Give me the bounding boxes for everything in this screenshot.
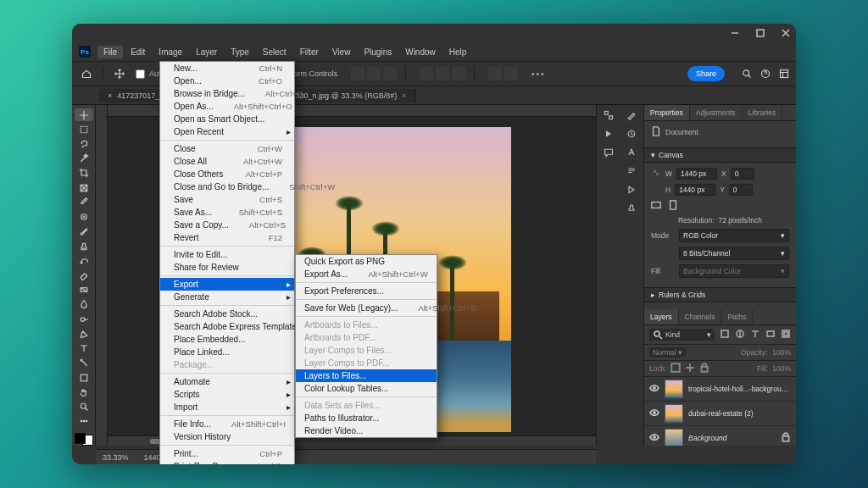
menu-item[interactable]: Save As...Shift+Ctrl+S	[160, 206, 294, 219]
orient-h-icon[interactable]	[651, 200, 661, 212]
x-field[interactable]	[731, 168, 754, 180]
layer-row[interactable]: tropical-hotel-holi...-background-resort	[644, 377, 796, 402]
menu-item[interactable]: Generate	[160, 291, 294, 303]
menu-help[interactable]: Help	[443, 46, 473, 58]
fill-dropdown[interactable]: Background Color▾	[679, 264, 789, 278]
hand-tool[interactable]	[75, 385, 93, 398]
zoom-tool[interactable]	[75, 400, 93, 413]
brush-tool[interactable]	[75, 225, 93, 238]
shape-tool[interactable]	[75, 371, 93, 384]
move-tool[interactable]	[75, 108, 93, 121]
menu-item[interactable]: Search Adobe Stock...	[160, 308, 294, 320]
history-brush-tool[interactable]	[75, 254, 93, 267]
help-icon[interactable]	[760, 69, 771, 79]
fill-opacity-value[interactable]: 100%	[772, 364, 791, 373]
search-icon[interactable]	[742, 69, 752, 79]
layer-row[interactable]: Background	[644, 426, 796, 446]
menu-layer[interactable]: Layer	[190, 46, 223, 58]
dodge-tool[interactable]	[75, 313, 93, 325]
menu-window[interactable]: Window	[399, 46, 442, 58]
menu-item[interactable]: Color Lookup Tables...	[296, 382, 437, 395]
lock-pixels-icon[interactable]	[670, 363, 681, 374]
orient-v-icon[interactable]	[668, 200, 678, 212]
history-icon[interactable]	[626, 129, 637, 139]
menu-item[interactable]: Scripts	[160, 388, 294, 401]
menu-item[interactable]: Automate	[160, 375, 294, 388]
character-icon[interactable]	[626, 147, 637, 158]
menu-filter[interactable]: Filter	[294, 46, 325, 58]
arrow-icon[interactable]	[604, 129, 614, 139]
layer-name[interactable]: Background	[688, 434, 776, 442]
distribute-icon[interactable]	[452, 67, 465, 80]
workspace-icon[interactable]	[779, 69, 789, 79]
pen-tool[interactable]	[75, 327, 93, 340]
link-icon[interactable]	[651, 168, 661, 180]
menu-select[interactable]: Select	[257, 46, 292, 58]
layer-row[interactable]: dubai-real-estate (2)	[644, 402, 796, 426]
menu-item[interactable]: Open...Ctrl+O	[160, 75, 294, 87]
menu-item[interactable]: Close OthersAlt+Ctrl+P	[160, 168, 294, 180]
filter-smart-icon[interactable]	[781, 329, 791, 341]
menu-item[interactable]: Paths to Illustrator...	[296, 412, 437, 424]
layer-name[interactable]: tropical-hotel-holi...-background-resort	[688, 385, 791, 393]
visibility-icon[interactable]	[649, 432, 659, 444]
align-to-icon[interactable]	[488, 67, 502, 80]
lock-icon[interactable]	[781, 432, 791, 444]
tab-paths[interactable]: Paths	[721, 309, 753, 324]
blend-mode-dropdown[interactable]: Normal ▾	[649, 347, 686, 358]
tab-channels[interactable]: Channels	[679, 309, 722, 324]
menu-item[interactable]: New...Ctrl+N	[160, 62, 294, 75]
edit-toolbar-icon[interactable]	[75, 415, 93, 428]
blur-tool[interactable]	[75, 298, 93, 311]
menu-item[interactable]: Invite to Edit...	[160, 248, 294, 261]
align-icon[interactable]	[367, 67, 381, 80]
menu-item[interactable]: Render Video...	[296, 424, 437, 437]
tab-properties[interactable]: Properties	[644, 105, 690, 120]
tab-adjustments[interactable]: Adjustments	[690, 105, 743, 120]
menu-item[interactable]: Place Embedded...	[160, 333, 294, 346]
tab-close-icon[interactable]: ×	[402, 92, 406, 100]
eraser-tool[interactable]	[75, 269, 93, 281]
path-tool[interactable]	[75, 357, 93, 369]
menu-item[interactable]: Version History	[160, 430, 294, 443]
layer-name[interactable]: dubai-real-estate (2)	[688, 409, 791, 418]
menu-item[interactable]: Close AllAlt+Ctrl+W	[160, 155, 294, 168]
menu-image[interactable]: Image	[153, 46, 188, 58]
color-panel-icon[interactable]	[604, 110, 614, 120]
menu-item[interactable]: Quick Export as PNG	[296, 255, 437, 268]
visibility-icon[interactable]	[649, 383, 659, 395]
menu-item[interactable]: Open as Smart Object...	[160, 113, 294, 125]
height-field[interactable]	[675, 184, 715, 196]
menu-item[interactable]: Print...Ctrl+P	[160, 447, 294, 460]
menu-item[interactable]: Save for Web (Legacy)...Alt+Shift+Ctrl+S	[296, 302, 437, 314]
crop-tool[interactable]	[75, 167, 93, 180]
menu-item[interactable]: Print One CopyAlt+Shift+Ctrl+P	[160, 460, 294, 464]
healing-tool[interactable]	[75, 211, 93, 224]
color-swatches[interactable]	[75, 433, 93, 446]
menu-file[interactable]: File	[97, 46, 123, 58]
opacity-value[interactable]: 100%	[772, 348, 791, 357]
minimize-icon[interactable]	[730, 28, 740, 38]
menu-item[interactable]: Export Preferences...	[296, 285, 437, 297]
menu-item[interactable]: SaveCtrl+S	[160, 193, 294, 206]
filter-shape-icon[interactable]	[765, 329, 776, 341]
filter-pixel-icon[interactable]	[720, 329, 730, 341]
lasso-tool[interactable]	[75, 137, 93, 150]
close-window-icon[interactable]	[781, 28, 791, 38]
visibility-icon[interactable]	[649, 408, 659, 419]
menu-edit[interactable]: Edit	[125, 46, 151, 58]
menu-item[interactable]: Open As...Alt+Shift+Ctrl+O	[160, 100, 294, 113]
marquee-tool[interactable]	[75, 123, 93, 136]
menu-plugins[interactable]: Plugins	[358, 46, 398, 58]
tab-libraries[interactable]: Libraries	[743, 105, 783, 120]
ruler-vertical[interactable]	[96, 105, 108, 446]
bit-depth-dropdown[interactable]: 8 Bits/Channel▾	[679, 247, 789, 260]
menu-item[interactable]: Place Linked...	[160, 346, 294, 358]
zoom-value[interactable]: 33.33%	[103, 453, 129, 462]
menu-item[interactable]: Export	[160, 278, 294, 291]
menu-item[interactable]: File Info...Alt+Shift+Ctrl+I	[160, 418, 294, 430]
menu-item[interactable]: Open Recent	[160, 125, 294, 138]
menu-item[interactable]: Close and Go to Bridge...Shift+Ctrl+W	[160, 180, 294, 193]
width-field[interactable]	[676, 168, 717, 180]
tab-layers[interactable]: Layers	[644, 309, 679, 324]
